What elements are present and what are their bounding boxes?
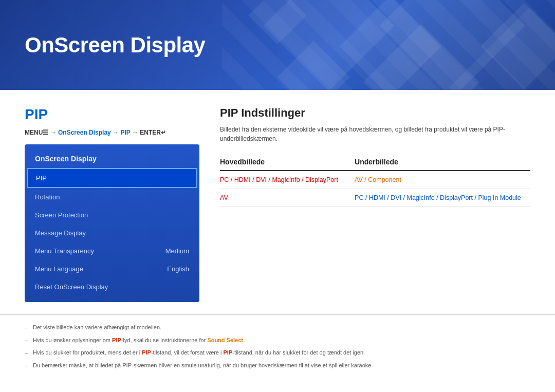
menu-item-reset-osd-label: Reset OnScreen Display	[35, 283, 108, 291]
menu-item-rotation-label: Rotation	[35, 193, 60, 201]
row2-sub: PC / HDMI / DVI / MagicInfo / DisplayPor…	[344, 189, 530, 207]
note2-sound-select: Sound Select	[207, 337, 243, 343]
menu-transparency-value: Medium	[165, 247, 189, 255]
menu-item-reset-osd[interactable]: Reset OnScreen Display	[25, 278, 199, 296]
note-1: Det viste billede kan variere afhængigt …	[25, 323, 530, 332]
menu-item-pip[interactable]: PIP	[27, 168, 197, 188]
menu-icon: ☰	[43, 129, 48, 136]
menu-item-menu-transparency[interactable]: Menu Transparency Medium	[25, 242, 199, 260]
menu-item-message-display[interactable]: Message Display	[25, 224, 199, 242]
menu-item-menu-language[interactable]: Menu Language English	[25, 260, 199, 278]
arrow-3: →	[132, 129, 140, 136]
row1-main: PC / HDMI / DVI / MagicInfo / DisplayPor…	[220, 171, 344, 189]
menu-item-message-display-label: Message Display	[35, 229, 86, 237]
table-row: PC / HDMI / DVI / MagicInfo / DisplayPor…	[220, 171, 530, 189]
menu-item-screen-protection-label: Screen Protection	[35, 211, 88, 219]
col-header-sub: Underbillede	[344, 154, 530, 171]
row1-sub: AV / Component	[344, 171, 530, 189]
note-4: Du bemærker måske, at billedet på PIP-sk…	[25, 361, 530, 370]
row1-sub-text: AV / Component	[355, 176, 401, 183]
arrow-1: →	[50, 129, 58, 136]
menu-language-value: English	[167, 265, 189, 273]
pip-table: Hovedbillede Underbillede PC / HDMI / DV…	[220, 154, 530, 207]
menu-item-pip-label: PIP	[36, 174, 47, 182]
menu-item-rotation[interactable]: Rotation	[25, 188, 199, 206]
note3-pip2: PIP	[224, 349, 233, 356]
menu-item-menu-language-label: Menu Language	[35, 265, 83, 273]
footer-notes: Det viste billede kan variere afhængigt …	[0, 314, 555, 384]
pip-settings-heading: PIP Indstillinger	[220, 106, 530, 120]
osd-menu-title: OnScreen Display	[25, 151, 199, 168]
row2-sub-text: PC / HDMI / DVI / MagicInfo / DisplayPor…	[355, 194, 521, 201]
path-pip: PIP	[120, 129, 130, 136]
menu-item-menu-transparency-label: Menu Transparency	[35, 247, 94, 255]
col-header-main: Hovedbillede	[220, 154, 344, 171]
menu-item-screen-protection[interactable]: Screen Protection	[25, 206, 199, 224]
row1-main-text: PC / HDMI / DVI / MagicInfo / DisplayPor…	[220, 176, 338, 183]
arrow-2: →	[113, 129, 120, 136]
row2-main-text: AV	[220, 194, 228, 201]
page-title: OnScreen Display	[25, 33, 205, 58]
decorative-diamonds	[194, 0, 555, 90]
note-2: Hvis du ønsker oplysninger om PIP-lyd, s…	[25, 336, 530, 345]
main-content: PIP MENU☰ → OnScreen Display → PIP → ENT…	[0, 90, 555, 314]
note3-pip1: PIP	[142, 349, 151, 356]
row2-main: AV	[220, 189, 344, 207]
header-banner: OnScreen Display	[0, 0, 555, 90]
menu-path: MENU☰ → OnScreen Display → PIP → ENTER↵	[25, 129, 199, 136]
table-row: AV PC / HDMI / DVI / MagicInfo / Display…	[220, 189, 530, 207]
pip-description: Billedet fra den eksterne videokilde vil…	[220, 125, 530, 143]
path-enter: ENTER	[140, 129, 161, 136]
pip-heading: PIP	[25, 106, 199, 123]
osd-menu: OnScreen Display PIP Rotation Screen Pro…	[25, 144, 199, 302]
menu-label: MENU	[25, 129, 43, 136]
left-column: PIP MENU☰ → OnScreen Display → PIP → ENT…	[25, 106, 199, 302]
enter-icon: ↵	[161, 129, 166, 136]
note2-pip: PIP	[112, 337, 121, 343]
note-3: Hvis du slukker for produktet, mens det …	[25, 348, 530, 357]
path-osd: OnScreen Display	[58, 129, 111, 136]
right-column: PIP Indstillinger Billedet fra den ekste…	[220, 106, 530, 302]
